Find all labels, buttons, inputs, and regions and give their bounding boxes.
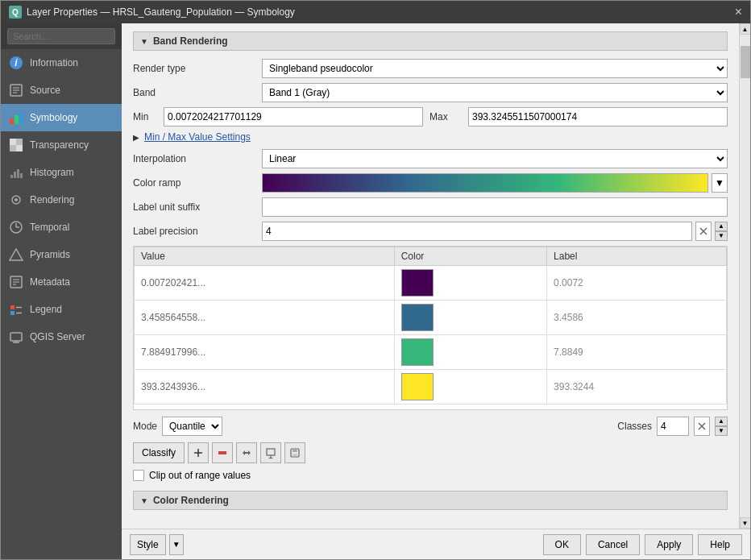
sidebar-item-metadata[interactable]: Metadata <box>1 268 122 296</box>
classify-button[interactable]: Classify <box>133 442 185 463</box>
classes-label: Classes <box>617 421 652 432</box>
table-header-label: Label <box>547 247 727 266</box>
reverse-btn[interactable] <box>236 442 257 463</box>
svg-point-18 <box>15 198 18 201</box>
render-type-row: Render type Singleband pseudocolor <box>133 59 728 78</box>
classes-down-btn[interactable]: ▼ <box>715 426 728 436</box>
interpolation-control: Linear <box>262 149 728 168</box>
row-color[interactable] <box>394 266 546 301</box>
sidebar-item-histogram[interactable]: Histogram <box>1 159 122 186</box>
mode-label: Mode <box>133 421 157 432</box>
scroll-track: ▲ ▼ <box>739 23 750 529</box>
svg-marker-22 <box>10 249 23 260</box>
information-icon: i <box>9 56 23 70</box>
band-rendering-arrow: ▼ <box>140 37 148 46</box>
color-ramp-container: ▼ <box>262 173 728 193</box>
svg-rect-12 <box>10 145 16 151</box>
sidebar-item-rendering[interactable]: Rendering <box>1 186 122 214</box>
min-input[interactable] <box>164 107 423 127</box>
footer: Style ▼ OK Cancel Apply Help <box>122 529 750 559</box>
color-ramp-preview[interactable] <box>262 173 708 193</box>
minmax-row: Min Max <box>133 107 728 127</box>
clip-label: Clip out of range values <box>149 470 251 481</box>
precision-spin: ▲ ▼ <box>715 222 728 241</box>
label-precision-clear-btn[interactable] <box>695 222 712 241</box>
qgis-server-icon <box>9 330 23 344</box>
classes-input[interactable] <box>657 417 689 436</box>
svg-rect-45 <box>293 449 297 452</box>
close-button[interactable]: × <box>735 6 742 19</box>
table-row: 7.884917996...7.8849 <box>135 335 727 370</box>
cancel-button[interactable]: Cancel <box>586 534 640 555</box>
svg-rect-6 <box>10 118 14 124</box>
interpolation-select[interactable]: Linear <box>262 149 728 168</box>
svg-rect-14 <box>14 172 16 178</box>
style-dropdown-btn[interactable]: ▼ <box>169 534 184 555</box>
svg-rect-16 <box>20 173 23 178</box>
classes-clear-btn[interactable] <box>694 417 710 436</box>
sidebar-item-source[interactable]: Source <box>1 77 122 104</box>
render-type-select[interactable]: Singleband pseudocolor <box>262 59 728 78</box>
color-swatch[interactable] <box>401 373 434 400</box>
row-value: 0.007202421... <box>135 266 395 301</box>
sidebar-item-pyramids[interactable]: Pyramids <box>1 241 122 268</box>
save-color-map-btn[interactable] <box>284 442 305 463</box>
sidebar-item-legend[interactable]: Legend <box>1 296 122 323</box>
precision-up-btn[interactable]: ▲ <box>715 222 728 231</box>
sidebar-item-transparency[interactable]: Transparency <box>1 131 122 159</box>
label-unit-suffix-input[interactable] <box>262 197 728 217</box>
svg-rect-8 <box>19 112 23 124</box>
sidebar-item-symbology[interactable]: Symbology <box>1 104 122 131</box>
symbology-icon <box>9 110 23 125</box>
max-input[interactable] <box>468 107 728 127</box>
mode-select[interactable]: Quantile <box>162 417 222 436</box>
remove-row-btn[interactable] <box>212 442 233 463</box>
ok-button[interactable]: OK <box>543 534 581 555</box>
classes-up-btn[interactable]: ▲ <box>715 417 728 426</box>
sidebar-item-temporal[interactable]: Temporal <box>1 214 122 241</box>
minmax-settings-title[interactable]: Min / Max Value Settings <box>144 131 251 143</box>
row-label: 7.8849 <box>547 335 727 370</box>
classes-spin: ▲ ▼ <box>715 417 728 436</box>
row-color[interactable] <box>394 301 546 335</box>
sidebar-item-information[interactable]: i Information <box>1 49 122 77</box>
band-rendering-title: Band Rendering <box>153 35 228 47</box>
row-color[interactable] <box>394 335 546 370</box>
minmax-settings-subsection[interactable]: ▶ Min / Max Value Settings <box>133 131 728 143</box>
pyramids-icon <box>9 247 23 262</box>
color-rendering-arrow: ▼ <box>140 496 148 505</box>
search-input[interactable] <box>7 28 115 44</box>
clip-checkbox[interactable] <box>133 470 144 481</box>
row-color[interactable] <box>394 370 546 404</box>
sidebar-item-symbology-label: Symbology <box>30 112 77 123</box>
svg-rect-11 <box>16 139 23 145</box>
svg-rect-10 <box>16 145 23 151</box>
app-icon: Q <box>9 6 22 19</box>
scroll-down-btn[interactable]: ▼ <box>740 517 751 529</box>
color-ramp-dropdown-btn[interactable]: ▼ <box>712 173 728 193</box>
add-row-btn[interactable] <box>188 442 209 463</box>
label-precision-row: Label precision ▲ ▼ <box>133 222 728 241</box>
interpolation-row: Interpolation Linear <box>133 149 728 168</box>
label-precision-input[interactable] <box>262 222 692 241</box>
load-color-map-btn[interactable] <box>260 442 281 463</box>
precision-down-btn[interactable]: ▼ <box>715 231 728 241</box>
apply-button[interactable]: Apply <box>645 534 693 555</box>
help-button[interactable]: Help <box>698 534 742 555</box>
svg-rect-27 <box>10 305 15 309</box>
style-button[interactable]: Style <box>130 534 166 555</box>
scroll-up-btn[interactable]: ▲ <box>740 23 751 35</box>
legend-icon <box>9 302 23 317</box>
footer-right: OK Cancel Apply Help <box>543 534 742 555</box>
color-swatch[interactable] <box>401 338 434 366</box>
band-select[interactable]: Band 1 (Gray) <box>262 83 728 102</box>
color-swatch[interactable] <box>401 269 434 297</box>
sidebar-item-qgis-server[interactable]: QGIS Server <box>1 323 122 351</box>
band-row: Band Band 1 (Gray) <box>133 83 728 102</box>
color-swatch[interactable] <box>401 304 434 331</box>
scroll-thumb[interactable] <box>741 46 750 78</box>
window-title: Layer Properties — HRSL_Gauteng_Populati… <box>27 6 295 18</box>
histogram-icon <box>9 165 23 180</box>
table-row: 393.3243936...393.3244 <box>135 370 727 404</box>
title-bar: Q Layer Properties — HRSL_Gauteng_Popula… <box>1 1 750 23</box>
